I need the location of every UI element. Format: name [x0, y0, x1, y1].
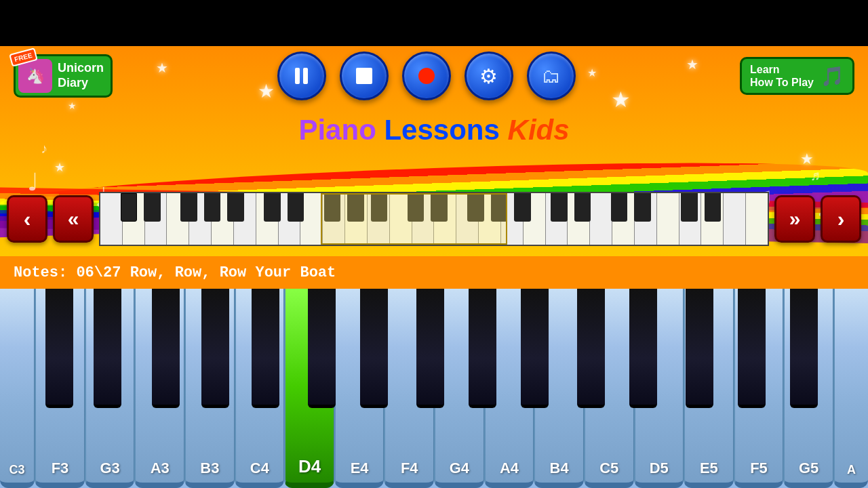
key-label-c5: C5: [599, 460, 618, 477]
key-label-c4: C4: [250, 460, 269, 477]
stop-button[interactable]: [340, 52, 389, 100]
nav-prev-button[interactable]: ‹: [7, 195, 47, 243]
pause-button[interactable]: [277, 52, 326, 100]
chevron-right-icon: ›: [837, 207, 845, 232]
key-label-b4: B4: [550, 460, 569, 477]
header-area: ★ ★ ★ ★ ★ ★ ★ ★ ♩ ♪ ♫ ♬ ♩ ♬ FREE 🦄 Unico…: [0, 46, 868, 256]
piano-key-f4[interactable]: F4: [384, 289, 434, 488]
unicorn-diary-button[interactable]: FREE 🦄 UnicornDiary: [14, 54, 113, 98]
piano-key-b4[interactable]: B4: [534, 289, 584, 488]
star-icon: ★: [54, 160, 65, 175]
title-kids: Kids: [508, 114, 570, 146]
key-label-a4: A4: [500, 460, 519, 477]
notes-bar: Notes: 06\27 Row, Row, Row Your Boat: [0, 256, 868, 289]
controls-row: FREE 🦄 UnicornDiary ⚙: [0, 52, 868, 100]
gear-icon: ⚙: [479, 64, 498, 88]
key-label-a3: A3: [151, 460, 170, 477]
key-label-g5: G5: [799, 460, 818, 477]
piano-key-b3[interactable]: B3: [184, 289, 235, 488]
key-label-d5: D5: [650, 460, 669, 477]
unicorn-label: UnicornDiary: [58, 61, 104, 90]
learn-button[interactable]: Learn How To Play 🎵: [740, 57, 854, 95]
piano-key-d5[interactable]: D5: [634, 289, 684, 488]
piano-key-c5[interactable]: C5: [584, 289, 634, 488]
music-staff-icon: 🎵: [821, 65, 844, 87]
key-label-e5: E5: [700, 460, 718, 477]
title-lessons: Lessons: [384, 114, 507, 146]
key-label-d4: D4: [298, 456, 321, 477]
record-button[interactable]: [402, 52, 451, 100]
piano-key-f5[interactable]: F5: [734, 289, 784, 488]
piano-key-c4[interactable]: C4: [235, 289, 285, 488]
title-piano: Piano: [298, 114, 384, 146]
piano-key-g5[interactable]: G5: [783, 289, 833, 488]
learn-text: Learn How To Play: [750, 63, 814, 89]
piano-key-g4[interactable]: G4: [434, 289, 484, 488]
star-icon: ★: [800, 150, 814, 168]
app-title: Piano Lessons Kids: [298, 114, 569, 146]
music-note-icon: ♪: [41, 141, 47, 157]
settings-button[interactable]: ⚙: [465, 52, 513, 100]
chevron-double-right-icon: »: [789, 207, 801, 230]
key-label-g4: G4: [450, 460, 469, 477]
unicorn-icon: 🦄: [18, 59, 52, 93]
key-label-e4: E4: [351, 460, 369, 477]
folder-button[interactable]: 🗂: [527, 52, 576, 100]
key-label-b3: B3: [200, 460, 219, 477]
nav-double-next-button[interactable]: »: [774, 195, 815, 243]
key-label-c3: C3: [9, 463, 25, 477]
piano-key-e5[interactable]: E5: [684, 289, 734, 488]
piano-key-a3[interactable]: A3: [134, 289, 184, 488]
key-label-f5: F5: [750, 460, 768, 477]
star-icon: ★: [68, 100, 77, 111]
piano-key-d4[interactable]: D4: [284, 289, 334, 488]
key-label-a5: A: [847, 463, 856, 477]
nav-double-prev-button[interactable]: «: [53, 195, 94, 243]
stop-icon: [356, 68, 372, 84]
key-label-g3: G3: [100, 460, 119, 477]
folder-icon: 🗂: [542, 65, 561, 87]
chevron-left-icon: ‹: [24, 207, 31, 232]
keyboard-row: ‹ «: [0, 182, 868, 256]
piano-key-e4[interactable]: E4: [334, 289, 384, 488]
piano-key-a5[interactable]: A: [833, 289, 868, 488]
pause-icon: [295, 68, 308, 84]
piano-key-a4[interactable]: A4: [484, 289, 534, 488]
top-bar: [0, 0, 868, 46]
record-icon: [418, 68, 435, 84]
piano-key-c3[interactable]: C3: [0, 289, 35, 488]
key-label-f4: F4: [401, 460, 418, 477]
piano-key-g3[interactable]: G3: [85, 289, 135, 488]
piano-area: ★ ★ ★ ★ ★ ★ ★ ★ ★ ★ ✦ ✦ ★ ✦ C3 F3 G3 A3: [0, 289, 868, 488]
nav-next-button[interactable]: ›: [821, 195, 861, 243]
piano-key-f3[interactable]: F3: [35, 289, 85, 488]
notes-text: Notes: 06\27 Row, Row, Row Your Boat: [14, 264, 336, 281]
key-label-f3: F3: [52, 460, 69, 477]
chevron-double-left-icon: «: [68, 207, 79, 230]
piano-keys-container: C3 F3 G3 A3 B3 C4 D4 E4: [0, 289, 868, 488]
mini-keyboard[interactable]: [99, 192, 769, 246]
control-buttons: ⚙ 🗂: [277, 52, 576, 100]
